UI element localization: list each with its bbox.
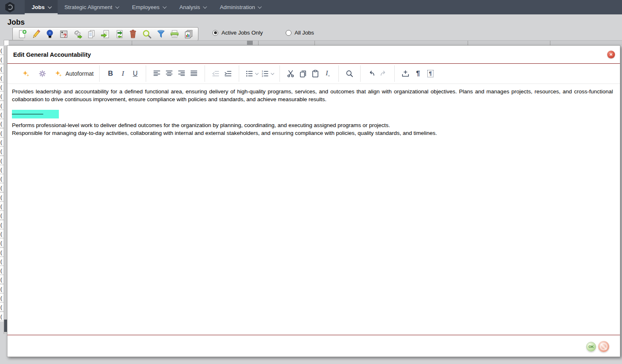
redo-button[interactable] — [377, 67, 390, 81]
cancel-button[interactable] — [598, 341, 609, 352]
chevron-down-icon — [203, 5, 207, 9]
insert-template-button[interactable] — [399, 67, 412, 81]
printer-icon — [170, 29, 179, 39]
remove-format-icon: I× — [326, 70, 330, 78]
autoformat-button[interactable]: Autoformat — [53, 67, 95, 81]
chevron-down-icon — [47, 5, 51, 9]
numbered-list-button[interactable]: 1 2 3 — [259, 67, 275, 81]
chevron-down-icon — [163, 5, 167, 9]
clipboard-paste-icon — [311, 69, 320, 78]
justify-button[interactable] — [188, 67, 200, 81]
ok-button[interactable]: OK — [586, 342, 596, 352]
show-blocks-icon: ¶ — [427, 70, 433, 77]
print-job-button[interactable] — [169, 29, 180, 39]
nav-item-analysis[interactable]: Analysis — [172, 0, 213, 14]
job-evaluation-button[interactable]: ? — [58, 29, 69, 39]
app-logo[interactable] — [0, 0, 20, 14]
import-document-icon — [100, 29, 110, 39]
highlighted-dashes: —————— — [12, 110, 59, 118]
radio-label: All Jobs — [295, 30, 314, 36]
radio-selected-icon — [212, 30, 218, 36]
filter-funnel-icon — [156, 29, 166, 39]
align-center-button[interactable] — [163, 67, 175, 81]
cut-button[interactable] — [284, 67, 297, 81]
find-replace-button[interactable] — [343, 67, 356, 81]
nav-item-label: Jobs — [32, 4, 45, 10]
paragraph: Responsible for managing day-to-day acti… — [12, 129, 613, 137]
indent-button[interactable] — [222, 67, 234, 81]
align-left-icon — [152, 69, 161, 78]
new-job-icon — [17, 29, 27, 39]
outdent-icon — [211, 69, 220, 78]
dialog-header: Edit General Accountability — [7, 46, 620, 64]
gear-icon — [38, 69, 47, 78]
chevron-down-icon — [115, 5, 119, 9]
job-reports-button[interactable] — [183, 29, 194, 39]
align-left-button[interactable] — [151, 67, 163, 81]
radio-unselected-icon — [286, 30, 291, 36]
numbered-list-icon: 1 2 3 — [261, 69, 270, 78]
filter-jobs-button[interactable] — [156, 29, 166, 39]
radio-active-jobs-only[interactable]: Active Jobs Only — [212, 30, 263, 36]
align-center-icon — [165, 69, 174, 78]
delete-job-button[interactable] — [128, 29, 138, 39]
new-job-button[interactable] — [17, 29, 28, 39]
chevron-down-icon — [255, 71, 259, 74]
nav-item-strategic-alignment[interactable]: Strategic Alignment — [58, 0, 125, 14]
paragraph-button[interactable]: ¶ — [412, 67, 424, 81]
search-icon — [345, 69, 354, 78]
dialog-footer: OK — [7, 335, 620, 357]
bold-icon: B — [108, 70, 113, 78]
page-title: Jobs — [7, 18, 25, 27]
background-scrollbar[interactable] — [4, 46, 7, 334]
sparkle-icon — [54, 69, 63, 78]
underline-button[interactable]: U — [129, 67, 141, 81]
bold-button[interactable]: B — [104, 67, 116, 81]
certify-job-button[interactable] — [44, 29, 55, 39]
paste-button[interactable] — [309, 67, 321, 81]
scissors-icon — [286, 69, 295, 78]
transfer-document-icon — [114, 29, 124, 39]
remove-format-button[interactable]: I× — [321, 67, 334, 81]
ai-assist-button[interactable] — [20, 67, 32, 81]
nav-item-employees[interactable]: Employees — [125, 0, 172, 14]
search-jobs-button[interactable] — [142, 29, 152, 39]
copy-from-job-button[interactable] — [100, 29, 111, 39]
nav-item-jobs[interactable]: Jobs — [25, 0, 58, 14]
outdent-button[interactable] — [210, 67, 222, 81]
bulleted-list-icon — [245, 69, 254, 78]
close-icon[interactable] — [607, 51, 615, 58]
edit-pencil-icon — [31, 29, 41, 39]
chevron-down-icon — [258, 5, 262, 9]
hexagon-logo-icon — [5, 2, 15, 13]
dialog-title: Edit General Accountability — [13, 51, 91, 58]
bulleted-list-button[interactable] — [244, 67, 259, 81]
background-row-fragments: ( ( ( ( ( ( ( ( ( ( ( ( ( ( ( ( ( ( ( ( … — [0, 46, 4, 322]
link-job-button[interactable] — [72, 29, 83, 39]
justify-icon — [189, 69, 198, 78]
italic-button[interactable]: I — [116, 67, 129, 81]
redo-icon — [379, 69, 388, 78]
undo-button[interactable] — [365, 67, 377, 81]
show-blocks-button[interactable]: ¶ — [424, 67, 436, 81]
copy-icon — [298, 69, 308, 78]
radio-all-jobs[interactable]: All Jobs — [286, 30, 314, 36]
nav-item-administration[interactable]: Administration — [213, 0, 268, 14]
ai-settings-button[interactable] — [36, 67, 49, 81]
richtext-editing-area[interactable]: Provides leadership and accountability f… — [7, 84, 620, 335]
nav-item-label: Administration — [220, 4, 255, 10]
award-ribbon-icon — [45, 29, 55, 39]
nav-menu: Jobs Strategic Alignment Employees Analy… — [25, 0, 268, 14]
copy-button[interactable] — [297, 67, 309, 81]
background-scroll-fragment — [247, 41, 253, 45]
align-right-button[interactable] — [175, 67, 188, 81]
edit-job-button[interactable] — [31, 29, 42, 39]
transfer-job-button[interactable] — [114, 29, 125, 39]
indent-icon — [224, 69, 233, 78]
link-icon — [73, 29, 83, 39]
underline-icon: U — [133, 70, 138, 77]
insert-plus-tray-icon — [401, 69, 410, 78]
evaluation-question-icon: ? — [59, 29, 69, 39]
copy-job-button[interactable] — [86, 29, 97, 39]
jobs-toolbar: ? — [12, 27, 198, 41]
